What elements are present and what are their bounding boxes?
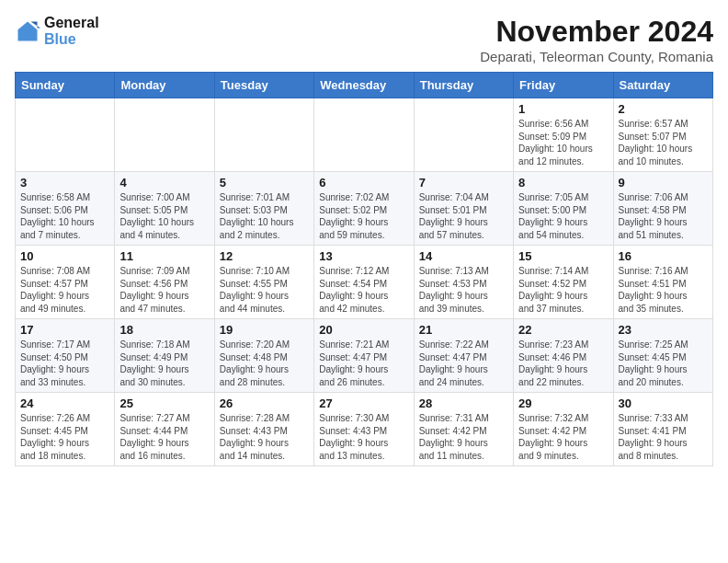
calendar-cell: 7Sunrise: 7:04 AM Sunset: 5:01 PM Daylig…	[414, 172, 513, 246]
header-row: SundayMondayTuesdayWednesdayThursdayFrid…	[16, 73, 713, 98]
day-number: 21	[419, 323, 508, 337]
day-info: Sunrise: 7:18 AM Sunset: 4:49 PM Dayligh…	[119, 339, 209, 388]
calendar-cell: 4Sunrise: 7:00 AM Sunset: 5:05 PM Daylig…	[115, 172, 214, 246]
calendar-week-1: 1Sunrise: 6:56 AM Sunset: 5:09 PM Daylig…	[16, 98, 713, 172]
day-info: Sunrise: 7:22 AM Sunset: 4:47 PM Dayligh…	[419, 339, 508, 388]
calendar-cell	[115, 98, 214, 172]
calendar-cell: 28Sunrise: 7:31 AM Sunset: 4:42 PM Dayli…	[414, 393, 513, 466]
calendar-cell: 2Sunrise: 6:57 AM Sunset: 5:07 PM Daylig…	[613, 98, 712, 172]
day-number: 2	[619, 102, 708, 116]
day-number: 27	[319, 396, 408, 410]
day-info: Sunrise: 7:14 AM Sunset: 4:52 PM Dayligh…	[518, 265, 608, 315]
calendar-table: SundayMondayTuesdayWednesdayThursdayFrid…	[15, 72, 713, 466]
day-number: 25	[119, 396, 209, 410]
calendar-cell: 22Sunrise: 7:23 AM Sunset: 4:46 PM Dayli…	[514, 319, 613, 393]
day-number: 20	[319, 323, 408, 337]
day-info: Sunrise: 7:04 AM Sunset: 5:01 PM Dayligh…	[419, 191, 508, 241]
day-number: 18	[119, 323, 209, 337]
day-number: 23	[619, 323, 708, 337]
title-section: November 2024 Deparati, Teleorman County…	[480, 15, 713, 64]
day-number: 15	[518, 249, 608, 263]
svg-marker-0	[18, 21, 38, 40]
header-day-tuesday: Tuesday	[214, 73, 313, 98]
calendar-cell: 14Sunrise: 7:13 AM Sunset: 4:53 PM Dayli…	[414, 246, 513, 319]
day-info: Sunrise: 7:31 AM Sunset: 4:42 PM Dayligh…	[419, 412, 508, 462]
day-number: 7	[419, 176, 508, 190]
header-day-monday: Monday	[115, 73, 214, 98]
day-number: 24	[20, 396, 109, 410]
calendar-cell: 15Sunrise: 7:14 AM Sunset: 4:52 PM Dayli…	[514, 246, 613, 319]
day-number: 9	[619, 176, 708, 190]
calendar-cell: 8Sunrise: 7:05 AM Sunset: 5:00 PM Daylig…	[514, 172, 613, 246]
header-day-sunday: Sunday	[16, 73, 115, 98]
day-info: Sunrise: 6:57 AM Sunset: 5:07 PM Dayligh…	[619, 118, 708, 167]
calendar-cell: 16Sunrise: 7:16 AM Sunset: 4:51 PM Dayli…	[613, 246, 712, 319]
calendar-cell	[314, 98, 414, 172]
day-info: Sunrise: 7:20 AM Sunset: 4:48 PM Dayligh…	[220, 339, 309, 388]
day-info: Sunrise: 7:32 AM Sunset: 4:42 PM Dayligh…	[518, 412, 608, 462]
day-number: 11	[119, 249, 209, 263]
day-info: Sunrise: 7:33 AM Sunset: 4:41 PM Dayligh…	[619, 412, 708, 462]
calendar-cell: 26Sunrise: 7:28 AM Sunset: 4:43 PM Dayli…	[214, 393, 313, 466]
day-info: Sunrise: 7:08 AM Sunset: 4:57 PM Dayligh…	[20, 265, 109, 315]
day-info: Sunrise: 7:25 AM Sunset: 4:45 PM Dayligh…	[619, 339, 708, 388]
calendar-cell: 20Sunrise: 7:21 AM Sunset: 4:47 PM Dayli…	[314, 319, 414, 393]
day-number: 26	[220, 396, 309, 410]
day-number: 3	[20, 176, 109, 190]
page-header: General Blue November 2024 Deparati, Tel…	[15, 15, 713, 64]
header-day-saturday: Saturday	[613, 73, 712, 98]
day-info: Sunrise: 7:01 AM Sunset: 5:03 PM Dayligh…	[220, 191, 309, 241]
calendar-cell: 24Sunrise: 7:26 AM Sunset: 4:45 PM Dayli…	[16, 393, 115, 466]
day-info: Sunrise: 7:10 AM Sunset: 4:55 PM Dayligh…	[220, 265, 309, 315]
day-info: Sunrise: 7:30 AM Sunset: 4:43 PM Dayligh…	[319, 412, 408, 462]
day-number: 5	[220, 176, 309, 190]
calendar-week-2: 3Sunrise: 6:58 AM Sunset: 5:06 PM Daylig…	[16, 172, 713, 246]
calendar-week-4: 17Sunrise: 7:17 AM Sunset: 4:50 PM Dayli…	[16, 319, 713, 393]
calendar-cell: 30Sunrise: 7:33 AM Sunset: 4:41 PM Dayli…	[613, 393, 712, 466]
header-day-thursday: Thursday	[414, 73, 513, 98]
day-info: Sunrise: 7:05 AM Sunset: 5:00 PM Dayligh…	[518, 191, 608, 241]
day-number: 14	[419, 249, 508, 263]
day-number: 28	[419, 396, 508, 410]
day-info: Sunrise: 7:02 AM Sunset: 5:02 PM Dayligh…	[319, 191, 408, 241]
calendar-cell: 21Sunrise: 7:22 AM Sunset: 4:47 PM Dayli…	[414, 319, 513, 393]
calendar-week-3: 10Sunrise: 7:08 AM Sunset: 4:57 PM Dayli…	[16, 246, 713, 319]
logo-text: General Blue	[44, 15, 99, 47]
day-info: Sunrise: 7:21 AM Sunset: 4:47 PM Dayligh…	[319, 339, 408, 388]
day-number: 12	[220, 249, 309, 263]
calendar-cell: 6Sunrise: 7:02 AM Sunset: 5:02 PM Daylig…	[314, 172, 414, 246]
day-number: 10	[20, 249, 109, 263]
day-number: 8	[518, 176, 608, 190]
day-number: 16	[619, 249, 708, 263]
day-info: Sunrise: 6:58 AM Sunset: 5:06 PM Dayligh…	[20, 191, 109, 241]
day-number: 6	[319, 176, 408, 190]
calendar-cell: 25Sunrise: 7:27 AM Sunset: 4:44 PM Dayli…	[115, 393, 214, 466]
month-title: November 2024	[480, 15, 713, 49]
day-info: Sunrise: 7:09 AM Sunset: 4:56 PM Dayligh…	[119, 265, 209, 315]
day-info: Sunrise: 7:12 AM Sunset: 4:54 PM Dayligh…	[319, 265, 408, 315]
calendar-cell	[16, 98, 115, 172]
calendar-cell: 3Sunrise: 6:58 AM Sunset: 5:06 PM Daylig…	[16, 172, 115, 246]
calendar-cell: 29Sunrise: 7:32 AM Sunset: 4:42 PM Dayli…	[514, 393, 613, 466]
calendar-cell: 13Sunrise: 7:12 AM Sunset: 4:54 PM Dayli…	[314, 246, 414, 319]
logo-icon	[15, 18, 40, 44]
day-number: 1	[518, 102, 608, 116]
calendar-cell: 23Sunrise: 7:25 AM Sunset: 4:45 PM Dayli…	[613, 319, 712, 393]
calendar-cell: 1Sunrise: 6:56 AM Sunset: 5:09 PM Daylig…	[514, 98, 613, 172]
day-info: Sunrise: 7:06 AM Sunset: 4:58 PM Dayligh…	[619, 191, 708, 241]
day-number: 4	[119, 176, 209, 190]
calendar-cell: 27Sunrise: 7:30 AM Sunset: 4:43 PM Dayli…	[314, 393, 414, 466]
day-info: Sunrise: 6:56 AM Sunset: 5:09 PM Dayligh…	[518, 118, 608, 167]
day-number: 30	[619, 396, 708, 410]
calendar-cell: 10Sunrise: 7:08 AM Sunset: 4:57 PM Dayli…	[16, 246, 115, 319]
day-number: 17	[20, 323, 109, 337]
calendar-cell	[214, 98, 313, 172]
calendar-cell: 9Sunrise: 7:06 AM Sunset: 4:58 PM Daylig…	[613, 172, 712, 246]
day-info: Sunrise: 7:00 AM Sunset: 5:05 PM Dayligh…	[119, 191, 209, 241]
calendar-cell: 12Sunrise: 7:10 AM Sunset: 4:55 PM Dayli…	[214, 246, 313, 319]
day-number: 19	[220, 323, 309, 337]
calendar-cell: 5Sunrise: 7:01 AM Sunset: 5:03 PM Daylig…	[214, 172, 313, 246]
day-info: Sunrise: 7:16 AM Sunset: 4:51 PM Dayligh…	[619, 265, 708, 315]
day-info: Sunrise: 7:17 AM Sunset: 4:50 PM Dayligh…	[20, 339, 109, 388]
location-subtitle: Deparati, Teleorman County, Romania	[480, 49, 713, 64]
